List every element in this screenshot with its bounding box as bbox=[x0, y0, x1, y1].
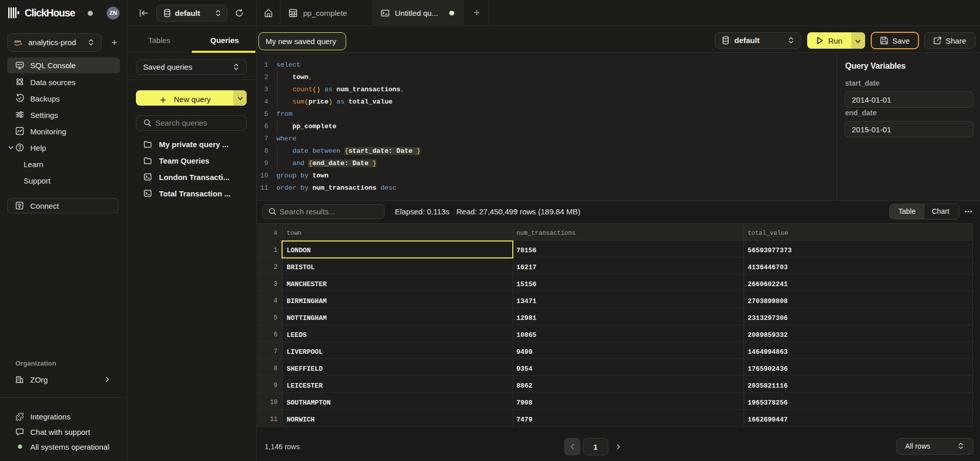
svg-text:aws: aws bbox=[14, 39, 21, 43]
